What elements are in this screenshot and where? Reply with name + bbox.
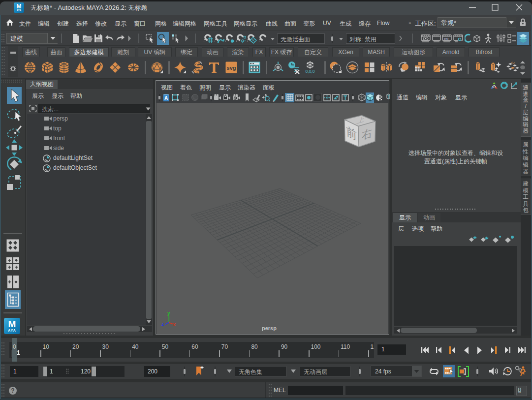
svg-text:y: y <box>167 310 170 316</box>
svg-text:x: x <box>173 322 176 327</box>
svg-text:IPR: IPR <box>444 37 448 40</box>
svg-text:z: z <box>161 321 164 327</box>
svg-text:svg: svg <box>227 65 236 71</box>
svg-text:A: A <box>164 95 168 101</box>
svg-text:0,0,0: 0,0,0 <box>306 69 315 74</box>
